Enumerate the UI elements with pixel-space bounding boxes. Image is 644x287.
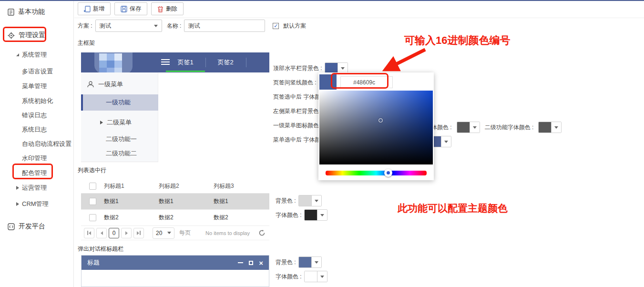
- row-checkbox[interactable]: [89, 214, 96, 221]
- color-swatch: [299, 195, 311, 206]
- sidebar-item-label: 菜单管理: [22, 82, 47, 91]
- hue-slider-handle[interactable]: [384, 169, 392, 177]
- refresh-icon[interactable]: [258, 229, 266, 236]
- setting-label: 一级菜单图标颜色 :: [273, 122, 322, 130]
- sidebar-item-menu-management[interactable]: 菜单管理: [22, 82, 47, 91]
- chevron-down-icon: [315, 261, 318, 264]
- sidebar-item-color-management[interactable]: 配色管理: [22, 169, 47, 177]
- sidebar-item-label: 系统初始化: [22, 97, 53, 105]
- column-header: 列标题2: [159, 182, 214, 190]
- color-dropdown-button[interactable]: [337, 63, 348, 73]
- sidebar-item-label: 错误日志: [22, 111, 47, 120]
- table-cell: 数据1: [104, 197, 159, 205]
- sidebar-item-label: 运营管理: [22, 184, 47, 192]
- collapsed-triangle-icon: [16, 186, 19, 190]
- gear-icon: [8, 32, 15, 39]
- chevron-down-icon: [154, 25, 158, 27]
- maximize-icon[interactable]: [249, 261, 253, 265]
- new-button[interactable]: 新增: [78, 2, 111, 15]
- preview-menu-label: 二级功能二: [106, 149, 137, 158]
- list-font-color-picker[interactable]: [304, 209, 327, 221]
- preview-menu-func1-selected[interactable]: 一级功能: [81, 94, 158, 111]
- chevron-down-icon: [444, 141, 448, 143]
- page-size-select[interactable]: 20: [153, 227, 174, 239]
- color-dropdown-button[interactable]: [311, 195, 321, 206]
- save-button[interactable]: 保存: [114, 2, 147, 15]
- color-dropdown-button[interactable]: [311, 257, 321, 267]
- new-button-label: 新增: [93, 5, 104, 13]
- func2-font-label: 二级功能字体颜色 :: [485, 123, 534, 132]
- first-page-button[interactable]: [84, 228, 94, 238]
- sidebar-item-basic-functions[interactable]: 基本功能: [8, 8, 45, 16]
- sidebar-item-label: 系统管理: [22, 51, 47, 59]
- sidebar-item-system-log[interactable]: 系统日志: [22, 125, 47, 134]
- last-page-button[interactable]: [133, 228, 144, 238]
- list-bg-color-picker[interactable]: [298, 195, 322, 206]
- default-scheme-checkbox[interactable]: ✓: [273, 23, 279, 29]
- func1-font-color-picker[interactable]: [457, 122, 480, 133]
- pagination-bar: 0 20 每页 No items to display: [81, 226, 269, 240]
- sidebar-item-error-log[interactable]: 错误日志: [22, 111, 47, 120]
- preview-menu-level1[interactable]: 一级菜单: [87, 80, 123, 89]
- sidebar-item-crm-management[interactable]: CRM管理: [16, 200, 49, 208]
- table-row-selected[interactable]: 数据1 数据1 数据1: [81, 194, 269, 210]
- hue-slider[interactable]: [326, 171, 427, 175]
- table-cell: 数据1: [214, 197, 269, 205]
- setting-label: 背景色 :: [276, 197, 296, 205]
- sidebar-item-admin-settings[interactable]: 管理设置: [8, 31, 45, 40]
- sidebar-item-multilanguage[interactable]: 多语言设置: [22, 67, 53, 76]
- color-dropdown-button[interactable]: [441, 136, 451, 147]
- toolbar: 新增 保存 删除: [78, 2, 184, 15]
- color-dropdown-button[interactable]: [470, 122, 480, 133]
- hex-color-input[interactable]: [340, 76, 393, 88]
- preview-menu-level2[interactable]: 二级菜单: [100, 118, 132, 127]
- name-input-value: 测试: [188, 22, 200, 30]
- func2-font-color-picker[interactable]: [538, 122, 562, 133]
- color-dropdown-button[interactable]: [551, 122, 561, 133]
- row-checkbox[interactable]: [89, 198, 96, 205]
- preview-menu-func2b[interactable]: 二级功能二: [106, 149, 137, 158]
- current-page-number: 0: [112, 230, 116, 236]
- table-row[interactable]: 数据2 数据2 数据2: [81, 210, 269, 226]
- next-page-button[interactable]: [121, 228, 132, 238]
- gradient-indicator[interactable]: [378, 118, 383, 123]
- color-dropdown-button[interactable]: [317, 210, 327, 220]
- sidebar-item-label: 开发平台: [19, 222, 45, 231]
- section-title-main-frame: 主框架: [78, 39, 95, 47]
- sidebar-item-label: 基本功能: [18, 8, 45, 16]
- sidebar-item-system-init[interactable]: 系统初始化: [22, 97, 53, 105]
- chevron-down-icon: [341, 67, 345, 70]
- saturation-value-gradient[interactable]: [319, 91, 433, 164]
- dialog-font-color-picker[interactable]: [304, 271, 327, 282]
- sidebar-item-label: 管理设置: [19, 31, 45, 40]
- preview-menu-label: 一级功能: [106, 98, 131, 107]
- sidebar-item-system-management[interactable]: 系统管理: [16, 51, 47, 59]
- document-icon: [8, 9, 14, 16]
- color-picker-popup: [318, 72, 434, 180]
- scheme-select[interactable]: 测试: [95, 20, 162, 32]
- dialog-bg-color-row: 背景色 :: [276, 256, 322, 268]
- sidebar-item-label: 自动启动流程设置: [22, 140, 72, 148]
- color-dropdown-button[interactable]: [317, 271, 327, 282]
- delete-button[interactable]: 删除: [151, 2, 184, 15]
- dialog-bg-color-picker[interactable]: [298, 256, 322, 268]
- prev-page-button[interactable]: [96, 228, 107, 238]
- color-swatch: [305, 210, 317, 220]
- header-checkbox[interactable]: [89, 183, 96, 190]
- sidebar-item-operation-management[interactable]: 运营管理: [16, 184, 47, 192]
- preview-tab-2-label: 页签2: [217, 58, 233, 67]
- sidebar-item-label: 配色管理: [22, 169, 47, 177]
- sidebar-item-auto-start-flow[interactable]: 自动启动流程设置: [22, 140, 72, 148]
- theme-preview-frame: 页签1 页签2 一级菜单 一级功能 二级菜单 二级功能一 二级功能二: [81, 52, 269, 162]
- save-button-label: 保存: [130, 5, 141, 13]
- sidebar-item-dev-platform[interactable]: 开发平台: [8, 222, 45, 231]
- minimize-icon[interactable]: [238, 262, 243, 263]
- preview-menu-func2a[interactable]: 二级功能一: [106, 135, 137, 144]
- preview-tab-1[interactable]: 页签1: [166, 52, 205, 72]
- current-page-box[interactable]: 0: [109, 228, 119, 238]
- close-icon[interactable]: ×: [259, 259, 263, 266]
- sidebar-item-watermark[interactable]: 水印管理: [22, 154, 47, 163]
- column-header: 列标题3: [214, 182, 269, 190]
- preview-tab-2[interactable]: 页签2: [206, 52, 245, 72]
- name-input[interactable]: 测试: [184, 20, 265, 32]
